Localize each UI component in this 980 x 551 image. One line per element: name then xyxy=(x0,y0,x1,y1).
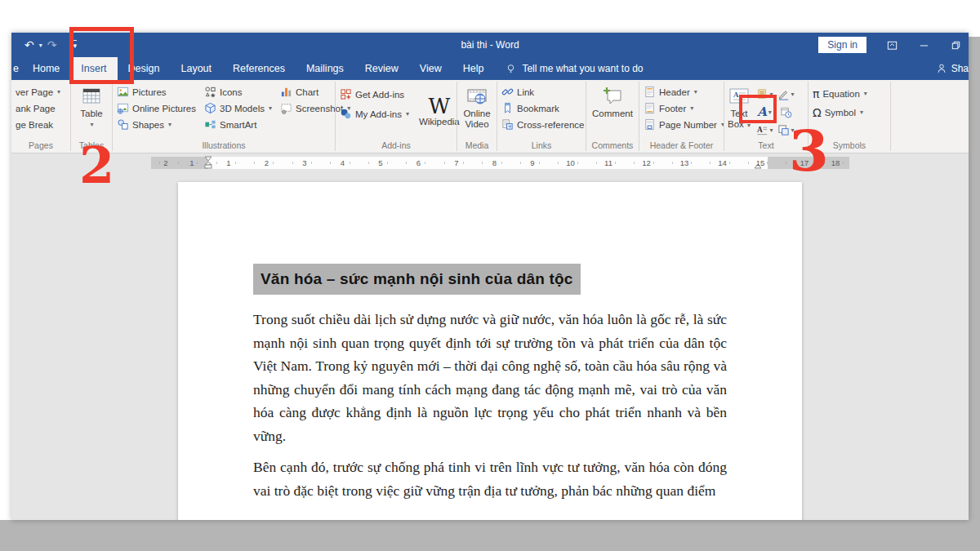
quick-parts-button[interactable]: ▾ xyxy=(755,86,774,102)
document-page[interactable]: Văn hóa – sức mạnh nội sinh của dân tộc … xyxy=(178,182,802,520)
ruler-number: 15 xyxy=(756,158,765,167)
person-icon xyxy=(936,63,947,74)
chevron-down-icon: ▾ xyxy=(770,127,773,134)
customize-qat-icon[interactable]: ▾ xyxy=(73,40,77,50)
ruler-number: 10 xyxy=(566,158,575,167)
link-button[interactable]: Link xyxy=(500,84,586,100)
background-right-strip xyxy=(969,37,980,551)
ruler-number: 13 xyxy=(680,158,689,167)
icons-button[interactable]: Icons xyxy=(203,84,274,100)
ruler-number: 3 xyxy=(302,158,306,167)
share-button[interactable]: Sha xyxy=(936,57,969,80)
pictures-button[interactable]: Pictures xyxy=(115,84,198,100)
tab-layout[interactable]: Layout xyxy=(170,57,222,80)
3d-models-button[interactable]: 3D Models ▾ xyxy=(203,100,274,116)
comment-button[interactable]: Comment xyxy=(589,82,636,140)
ribbon-group-illustrations: Pictures Online Pictures Shapes ▾ xyxy=(113,80,335,153)
signature-line-button[interactable]: ▾ xyxy=(776,86,795,102)
my-addins-button[interactable]: My Add-ins ▾ xyxy=(338,106,411,122)
sign-in-button[interactable]: Sign in xyxy=(818,37,866,53)
chevron-down-icon: ▾ xyxy=(269,104,272,112)
blank-page-button[interactable]: ank Page xyxy=(14,100,62,116)
undo-dropdown-chevron-icon[interactable]: ▾ xyxy=(39,42,42,49)
page-number-icon xyxy=(644,118,656,131)
tab-file-partial[interactable]: e xyxy=(11,57,22,80)
screenshot-canvas: { "titlebar": { "title": "bài thi - Word… xyxy=(0,0,980,551)
tab-references[interactable]: References xyxy=(222,57,296,80)
title-bar: ↶ ▾ ↷ ▾ bài thi - Word Sign in xyxy=(11,33,969,57)
shapes-button[interactable]: Shapes ▾ xyxy=(115,117,198,132)
wordart-button[interactable]: A ▾ xyxy=(755,104,774,120)
page-number-button[interactable]: Page Number ▾ xyxy=(642,117,726,132)
restore-window-icon[interactable] xyxy=(950,39,962,51)
object-button[interactable]: ▾ xyxy=(776,122,795,138)
tab-help[interactable]: Help xyxy=(452,57,495,80)
cross-reference-icon xyxy=(501,118,514,131)
tab-review[interactable]: Review xyxy=(354,57,409,80)
ruler-number: 18 xyxy=(831,158,840,167)
bookmark-icon xyxy=(501,102,514,114)
equation-button[interactable]: π Equation ▾ xyxy=(811,86,869,101)
date-time-button[interactable] xyxy=(776,104,795,120)
ribbon-group-pages: ver Page▾ ank Page ge Break Pages xyxy=(11,80,70,153)
tab-home[interactable]: Home xyxy=(22,57,70,80)
undo-icon[interactable]: ↶ xyxy=(24,39,34,51)
document-paragraph[interactable]: Trong suốt chiều dài lịch sử dựng nước v… xyxy=(253,308,727,447)
ruler-number: 14 xyxy=(718,158,727,167)
group-label-illustrations: Illustrations xyxy=(115,140,332,152)
redo-icon[interactable]: ↷ xyxy=(47,39,57,51)
ribbon-group-media: Online Video Media xyxy=(457,80,497,153)
ruler-number: 17 xyxy=(800,158,809,167)
chevron-down-icon: ▾ xyxy=(57,88,60,96)
smartart-button[interactable]: SmartArt xyxy=(203,117,274,132)
document-paragraph[interactable]: Bên cạnh đó, trước sự chống phá tinh vi … xyxy=(253,455,727,502)
footer-icon xyxy=(644,102,656,114)
tab-insert[interactable]: Insert xyxy=(70,57,117,80)
titlebar-controls: Sign in xyxy=(818,33,962,57)
cover-page-button[interactable]: ver Page▾ xyxy=(14,84,62,100)
group-label-addins: Add-ins xyxy=(338,140,454,152)
quick-parts-icon xyxy=(756,88,768,100)
text-box-button[interactable]: A Text Box ▾ xyxy=(727,82,751,140)
chevron-down-icon: ▾ xyxy=(864,90,867,97)
ribbon-group-text: A Text Box ▾ ▾ A ▾ xyxy=(724,80,808,153)
document-heading-highlighted[interactable]: Văn hóa – sức mạnh nội sinh của dân tộc xyxy=(253,264,581,295)
group-label-text: Text xyxy=(727,140,805,152)
get-addins-icon xyxy=(340,88,352,100)
screenshot-icon xyxy=(280,102,292,114)
header-button[interactable]: Header ▾ xyxy=(642,84,726,100)
bar-chart-icon xyxy=(280,86,292,98)
link-icon xyxy=(501,86,514,98)
tell-me-box[interactable]: Tell me what you want to do xyxy=(506,57,643,80)
online-pictures-button[interactable]: Online Pictures xyxy=(115,100,198,116)
get-addins-button[interactable]: Get Add-ins xyxy=(338,87,411,102)
table-button[interactable]: Table ▾ xyxy=(77,82,106,140)
new-comment-icon xyxy=(602,84,623,109)
ruler-strip[interactable]: 211234567891011121314151718 xyxy=(151,157,849,169)
group-separator xyxy=(890,82,891,151)
bookmark-button[interactable]: Bookmark xyxy=(500,100,586,116)
tab-design[interactable]: Design xyxy=(118,57,171,80)
chevron-down-icon: ▾ xyxy=(747,122,751,129)
indent-marker-left[interactable] xyxy=(204,156,212,173)
group-label-pages: Pages xyxy=(14,140,68,152)
footer-button[interactable]: Footer ▾ xyxy=(642,100,726,116)
document-area: Văn hóa – sức mạnh nội sinh của dân tộc … xyxy=(11,174,969,520)
drop-cap-button[interactable]: A ▾ xyxy=(755,122,774,138)
ribbon-display-options-icon[interactable] xyxy=(886,39,898,51)
ruler-number: 9 xyxy=(530,158,534,167)
tab-view[interactable]: View xyxy=(409,57,452,80)
tell-me-label: Tell me what you want to do xyxy=(522,63,643,74)
group-label-symbols: Symbols xyxy=(811,140,888,152)
online-video-button[interactable]: Online Video xyxy=(460,82,493,140)
tab-mailings[interactable]: Mailings xyxy=(296,57,354,80)
ruler-row: 211234567891011121314151718 xyxy=(11,153,969,174)
my-addins-icon xyxy=(340,108,352,120)
chevron-down-icon: ▾ xyxy=(694,88,697,96)
minimize-icon[interactable] xyxy=(918,39,930,51)
page-break-button[interactable]: ge Break xyxy=(14,117,62,132)
svg-text:A: A xyxy=(733,91,739,99)
cross-reference-button[interactable]: Cross-reference xyxy=(500,117,586,132)
object-icon xyxy=(777,124,790,136)
symbol-button[interactable]: Ω Symbol ▾ xyxy=(811,104,869,120)
